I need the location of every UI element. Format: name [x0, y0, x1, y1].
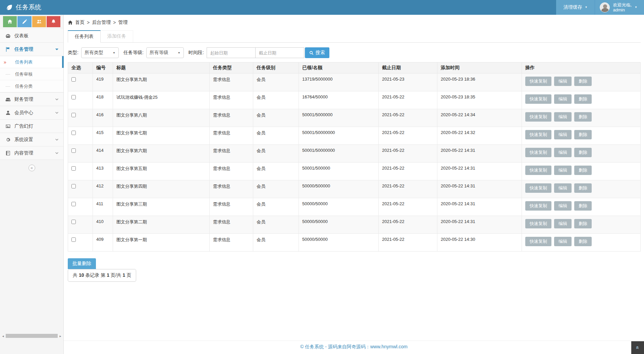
flag-icon: [5, 47, 11, 52]
breadcrumb-item[interactable]: 管理: [118, 19, 127, 26]
sidebar-hscrollbar[interactable]: ◂ ▸: [0, 333, 63, 339]
pencil-icon: [22, 19, 27, 24]
cell-id: 419: [93, 74, 113, 91]
row-checkbox[interactable]: [71, 113, 76, 117]
clear-cache-button[interactable]: 清理缓存 ▼: [556, 0, 595, 15]
cell-actions: 快速复制编辑删除: [522, 180, 641, 198]
cell-added-time: 2020-05-22 14:31: [437, 163, 522, 180]
footer-text[interactable]: © 任务系统 - 源码来自阿奇源码：www.hnymwl.com: [300, 344, 408, 349]
delete-task-button[interactable]: 删除: [574, 183, 592, 193]
breadcrumb-item[interactable]: 首页: [75, 19, 85, 26]
sidebar-item-finance[interactable]: 财务管理: [0, 93, 63, 106]
edit-task-button[interactable]: 编辑: [554, 77, 572, 86]
app-brand[interactable]: 任务系统: [0, 0, 47, 15]
row-checkbox[interactable]: [71, 166, 76, 171]
level-select[interactable]: 所有等级 ▼: [146, 47, 184, 58]
sidebar-item-system-settings[interactable]: 系统设置: [0, 133, 63, 146]
home-quick-button[interactable]: [3, 16, 17, 27]
breadcrumb-item[interactable]: 后台管理: [92, 19, 111, 26]
cell-id: 415: [93, 127, 113, 145]
delete-task-button[interactable]: 删除: [574, 130, 592, 139]
main-content: 首页 > 后台管理 > 管理 任务列表 添加任务 类型: 所有类型 ▼ 任务等级…: [64, 15, 644, 354]
chevron-down-icon: [55, 97, 59, 102]
edit-task-button[interactable]: 编辑: [554, 219, 572, 228]
sidebar-collapse-button[interactable]: «: [29, 165, 35, 171]
row-checkbox[interactable]: [71, 95, 76, 99]
delete-task-button[interactable]: 删除: [574, 201, 592, 211]
tab-add-task[interactable]: 添加任务: [101, 30, 133, 42]
cell-id: 414: [93, 145, 113, 163]
edit-task-button[interactable]: 编辑: [554, 237, 572, 246]
row-checkbox[interactable]: [71, 148, 76, 153]
copy-task-button[interactable]: 快速复制: [525, 77, 551, 86]
sidebar-item-dashboard[interactable]: 仪表板: [0, 29, 63, 43]
sidebar-item-task-list[interactable]: » 任务列表: [0, 56, 63, 68]
cell-task-type: 需求信息: [210, 74, 253, 91]
cell-quota: 50000/50000: [299, 216, 379, 234]
cell-task-level: 会员: [253, 91, 299, 109]
delete-task-button[interactable]: 删除: [574, 219, 592, 228]
sidebar-item-task-review[interactable]: 任务审核: [0, 68, 63, 80]
edit-task-button[interactable]: 编辑: [554, 112, 572, 122]
sidebar-item-task-category[interactable]: 任务分类: [0, 80, 63, 92]
cell-deadline: 2021-05-23: [379, 74, 437, 91]
sidebar-item-label: 内容管理: [14, 150, 33, 156]
notifications-quick-button[interactable]: [47, 16, 60, 27]
table-row: 414图文分享第六期需求信息会员50001/500000002021-05-22…: [68, 145, 641, 163]
book-icon: [5, 150, 11, 156]
sidebar-item-content-management[interactable]: 内容管理: [0, 146, 63, 160]
sidebar-item-member-center[interactable]: 会员中心: [0, 106, 63, 120]
cell-quota: 50001/50000000: [299, 127, 379, 145]
copy-task-button[interactable]: 快速复制: [525, 148, 551, 157]
search-button[interactable]: 搜索: [305, 47, 329, 58]
cell-task-type: 需求信息: [210, 145, 253, 163]
topbar-right: 清理缓存 ▼ 欢迎光临, admin ▼: [556, 0, 644, 15]
batch-delete-button[interactable]: 批量删除: [68, 258, 96, 269]
row-checkbox[interactable]: [71, 131, 76, 135]
delete-task-button[interactable]: 删除: [574, 112, 592, 122]
copy-task-button[interactable]: 快速复制: [525, 201, 551, 211]
edit-task-button[interactable]: 编辑: [554, 130, 572, 139]
cell-added-time: 2020-05-22 14:32: [437, 127, 522, 145]
row-checkbox[interactable]: [71, 237, 76, 242]
scroll-right-icon[interactable]: ▸: [58, 334, 62, 338]
edit-task-button[interactable]: 编辑: [554, 94, 572, 104]
user-menu[interactable]: 欢迎光临, admin ▼: [595, 0, 644, 15]
edit-task-button[interactable]: 编辑: [554, 183, 572, 193]
type-select[interactable]: 所有类型 ▼: [81, 47, 119, 58]
row-checkbox[interactable]: [71, 77, 76, 82]
edit-task-button[interactable]: 编辑: [554, 148, 572, 157]
sidebar-item-task-management[interactable]: 任务管理: [0, 43, 63, 56]
sidebar-item-label: 广告幻灯: [14, 123, 33, 129]
delete-task-button[interactable]: 删除: [574, 237, 592, 246]
delete-task-button[interactable]: 删除: [574, 77, 592, 86]
users-icon: [37, 19, 42, 24]
delete-task-button[interactable]: 删除: [574, 148, 592, 157]
delete-task-button[interactable]: 删除: [574, 166, 592, 175]
scroll-to-top-button[interactable]: «: [631, 341, 644, 354]
copy-task-button[interactable]: 快速复制: [525, 94, 551, 104]
cell-title: 图文分享第一期: [113, 234, 210, 252]
start-date-input[interactable]: [207, 47, 256, 58]
edit-quick-button[interactable]: [17, 16, 31, 27]
tab-bar: 任务列表 添加任务: [68, 30, 641, 43]
copy-task-button[interactable]: 快速复制: [525, 166, 551, 175]
row-checkbox[interactable]: [71, 184, 76, 188]
edit-task-button[interactable]: 编辑: [554, 166, 572, 175]
scrollbar-thumb[interactable]: [6, 334, 58, 338]
scroll-left-icon[interactable]: ◂: [1, 334, 5, 338]
column-task-level: 任务级别: [253, 62, 299, 74]
copy-task-button[interactable]: 快速复制: [525, 112, 551, 122]
sidebar-item-ad-slides[interactable]: 广告幻灯: [0, 120, 63, 133]
copy-task-button[interactable]: 快速复制: [525, 130, 551, 139]
users-quick-button[interactable]: [32, 16, 46, 27]
row-checkbox[interactable]: [71, 202, 76, 206]
edit-task-button[interactable]: 编辑: [554, 201, 572, 211]
copy-task-button[interactable]: 快速复制: [525, 219, 551, 228]
end-date-input[interactable]: [255, 47, 304, 58]
delete-task-button[interactable]: 删除: [574, 94, 592, 104]
row-checkbox[interactable]: [71, 220, 76, 224]
copy-task-button[interactable]: 快速复制: [525, 237, 551, 246]
copy-task-button[interactable]: 快速复制: [525, 183, 551, 193]
tab-task-list[interactable]: 任务列表: [68, 30, 101, 43]
